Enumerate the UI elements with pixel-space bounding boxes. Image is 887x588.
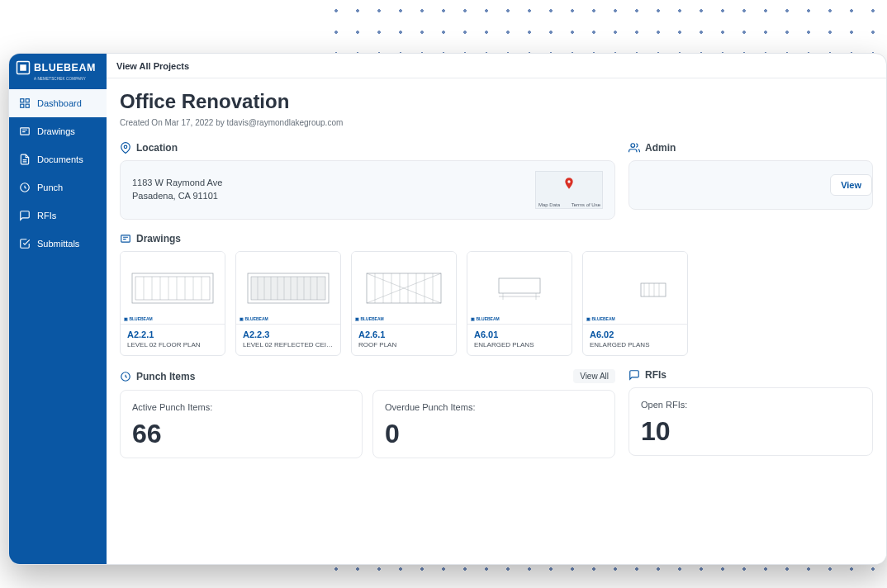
- svg-rect-3: [26, 99, 29, 102]
- drawing-code: A2.2.1: [127, 330, 218, 339]
- sidebar-item-label: Submittals: [37, 239, 79, 249]
- drawing-thumbnail: ▣ BLUEBEAM: [121, 252, 225, 325]
- sidebar-item-label: Punch: [37, 183, 63, 192]
- drawings-icon: [19, 126, 31, 137]
- view-all-projects-link[interactable]: View All Projects: [116, 61, 189, 71]
- svg-rect-2: [21, 99, 24, 102]
- sidebar-item-punch[interactable]: Punch: [9, 173, 107, 202]
- drawing-thumbnail: ▣ BLUEBEAM: [352, 252, 456, 325]
- address-line-1: 1183 W Raymond Ave: [132, 177, 222, 190]
- address-line-2: Pasadena, CA 91101: [132, 190, 222, 203]
- map-data-label: Map Data: [538, 202, 560, 207]
- drawing-thumbnail: ▣ BLUEBEAM: [236, 252, 340, 325]
- punch-stat-cards: Active Punch Items: 66 Overdue Punch Ite…: [120, 390, 615, 458]
- section-title: Drawings: [136, 233, 181, 244]
- section-header: Drawings: [120, 233, 873, 244]
- address: 1183 W Raymond Ave Pasadena, CA 91101: [132, 177, 222, 203]
- stat-value: 66: [132, 419, 350, 449]
- documents-icon: [19, 154, 31, 165]
- sidebar-item-rfis[interactable]: RFIs: [9, 202, 107, 230]
- admin-section: Admin View: [628, 142, 873, 220]
- drawing-card[interactable]: ▣ BLUEBEAM A6.02 ENLARGED PLANS: [582, 251, 688, 356]
- drawing-card[interactable]: ▣ BLUEBEAM A2.2.3 LEVEL 02 REFLECTED CEI…: [235, 251, 341, 356]
- page-meta: Created On Mar 17, 2022 by tdavis@raymon…: [120, 118, 873, 127]
- nav: Dashboard Drawings Documents Punch: [9, 89, 107, 258]
- sidebar: BLUEBEAM A NEMETSCHEK COMPANY Dashboard …: [9, 54, 107, 564]
- punch-icon: [19, 182, 31, 193]
- drawing-info: A2.2.1 LEVEL 02 FLOOR PLAN: [121, 325, 225, 355]
- drawing-card[interactable]: ▣ BLUEBEAM A2.6.1 ROOF PLAN: [351, 251, 457, 356]
- svg-rect-13: [135, 277, 210, 300]
- section-header: Location: [120, 142, 615, 154]
- sidebar-item-drawings[interactable]: Drawings: [9, 117, 107, 145]
- svg-rect-23: [251, 277, 325, 300]
- drawing-name: LEVEL 02 FLOOR PLAN: [127, 341, 218, 349]
- drawing-name: ENLARGED PLANS: [590, 341, 681, 349]
- stat-value: 10: [641, 416, 861, 447]
- sidebar-item-label: RFIs: [37, 211, 56, 220]
- section-header: RFIs: [628, 369, 873, 381]
- svg-rect-49: [641, 283, 666, 296]
- punch-header-icon: [120, 371, 131, 382]
- svg-rect-1: [20, 64, 26, 71]
- section-header: Admin: [628, 142, 873, 154]
- brand-name: BLUEBEAM: [34, 62, 96, 74]
- section-title: Admin: [645, 142, 676, 154]
- brand-logo: BLUEBEAM: [9, 54, 107, 78]
- svg-rect-5: [21, 104, 24, 107]
- svg-point-10: [631, 144, 635, 148]
- drawing-code: A2.2.3: [243, 330, 334, 339]
- location-section: Location 1183 W Raymond Ave Pasadena, CA…: [120, 142, 615, 220]
- rfis-icon: [19, 210, 31, 221]
- open-rfis-card: Open RFIs: 10: [628, 387, 873, 456]
- page-title: Office Renovation: [120, 90, 873, 113]
- drawing-card[interactable]: ▣ BLUEBEAM A6.01 ENLARGED PLANS: [467, 251, 572, 356]
- svg-rect-4: [26, 104, 29, 107]
- sidebar-item-label: Documents: [37, 154, 83, 164]
- thumb-brand-icon: ▣ BLUEBEAM: [471, 316, 500, 321]
- sidebar-item-documents[interactable]: Documents: [9, 145, 107, 173]
- section-header: Punch Items View All: [120, 369, 615, 383]
- location-card: 1183 W Raymond Ave Pasadena, CA 91101 Ma…: [120, 160, 615, 220]
- section-title: RFIs: [645, 369, 666, 381]
- drawings-header-icon: [120, 233, 131, 244]
- section-title: Punch Items: [136, 371, 195, 382]
- stat-label: Overdue Punch Items:: [385, 402, 603, 412]
- rfis-section: RFIs Open RFIs: 10: [628, 369, 873, 458]
- sidebar-item-dashboard[interactable]: Dashboard: [9, 89, 107, 117]
- thumb-brand-icon: ▣ BLUEBEAM: [240, 316, 268, 321]
- thumb-brand-icon: ▣ BLUEBEAM: [586, 316, 615, 321]
- sidebar-item-label: Dashboard: [37, 98, 82, 108]
- admin-card: View: [628, 160, 873, 210]
- punch-view-all-link[interactable]: View All: [573, 369, 615, 383]
- svg-rect-45: [499, 278, 540, 293]
- submittals-icon: [19, 238, 31, 249]
- drawing-info: A2.6.1 ROOF PLAN: [352, 325, 456, 355]
- bluebeam-logo-icon: [16, 60, 31, 75]
- app-window: BLUEBEAM A NEMETSCHEK COMPANY Dashboard …: [8, 53, 887, 565]
- thumb-brand-icon: ▣ BLUEBEAM: [355, 316, 384, 321]
- stat-label: Active Punch Items:: [132, 402, 350, 412]
- section-title: Location: [136, 142, 178, 154]
- drawing-info: A6.01 ENLARGED PLANS: [467, 325, 572, 355]
- stat-value: 0: [385, 419, 603, 449]
- brand-tagline: A NEMETSCHEK COMPANY: [9, 77, 107, 84]
- map-terms-label: Terms of Use: [572, 202, 600, 207]
- sidebar-item-submittals[interactable]: Submittals: [9, 230, 107, 258]
- view-admin-button[interactable]: View: [830, 174, 872, 196]
- rfis-header-icon: [628, 369, 640, 381]
- stat-label: Open RFIs:: [641, 400, 861, 410]
- drawing-card[interactable]: ▣ BLUEBEAM A2.2.1 LEVEL 02 FLOOR PLAN: [120, 251, 225, 356]
- main: View All Projects Office Renovation Crea…: [107, 54, 886, 564]
- drawing-info: A2.2.3 LEVEL 02 REFLECTED CEIL...: [236, 325, 340, 355]
- active-punch-card: Active Punch Items: 66: [120, 390, 363, 458]
- thumb-brand-icon: ▣ BLUEBEAM: [124, 316, 153, 321]
- drawings-section: Drawings ▣ BLUEBEAM A2.2.1 LEVEL 02 FLOO…: [120, 233, 873, 356]
- content: Office Renovation Created On Mar 17, 202…: [107, 78, 886, 564]
- drawing-info: A6.02 ENLARGED PLANS: [583, 325, 687, 355]
- drawing-name: LEVEL 02 REFLECTED CEIL...: [243, 341, 334, 349]
- rfi-stat-cards: Open RFIs: 10: [628, 387, 873, 456]
- map-thumbnail[interactable]: Map Data Terms of Use: [535, 171, 603, 209]
- drawing-thumbnail: ▣ BLUEBEAM: [583, 252, 687, 325]
- svg-point-9: [567, 180, 570, 183]
